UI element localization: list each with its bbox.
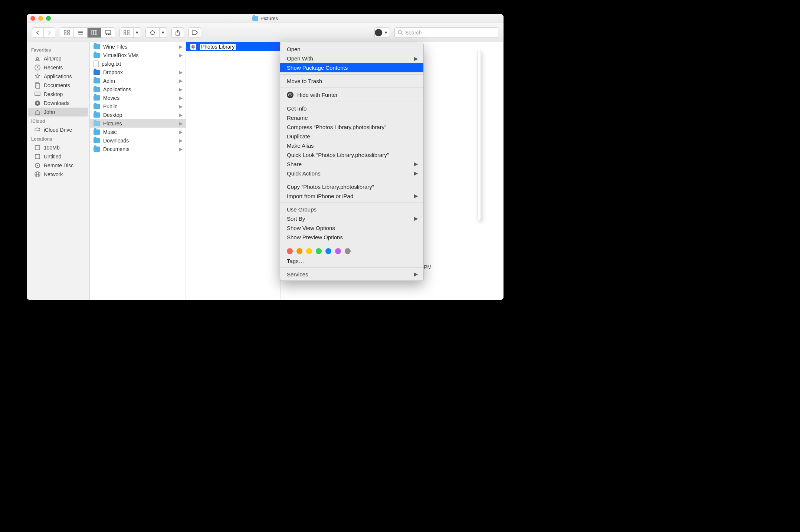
file-row[interactable]: Dropbox▶: [90, 68, 186, 76]
menu-item-move-to-trash[interactable]: Move to Trash: [280, 76, 423, 86]
menu-item-show-preview-options[interactable]: Show Preview Options: [280, 233, 423, 242]
menu-item-show-view-options[interactable]: Show View Options: [280, 223, 423, 233]
file-row[interactable]: Movies▶: [90, 93, 186, 102]
sidebar-item-recents[interactable]: Recents: [28, 63, 88, 72]
sidebar-item-airdrop[interactable]: AirDrop: [28, 54, 88, 63]
column-view-button[interactable]: [88, 28, 101, 37]
tag-color-1[interactable]: [296, 248, 302, 254]
search-field[interactable]: Search: [394, 27, 498, 38]
file-row[interactable]: Adlm▶: [90, 76, 186, 85]
sidebar-item-100mb[interactable]: 100Mb: [28, 143, 88, 152]
menu-item-share[interactable]: Share▶: [280, 160, 423, 169]
arrange-button[interactable]: ▾: [119, 27, 141, 38]
menu-item-compress-photos-library-photoslibrary[interactable]: Compress “Photos Library.photoslibrary”: [280, 122, 423, 132]
menu-item-label: Services: [287, 271, 308, 278]
file-row[interactable]: Pictures▶: [90, 119, 186, 128]
menu-item-open-with[interactable]: Open With▶: [280, 54, 423, 63]
sidebar-item-applications[interactable]: Applications: [28, 72, 88, 81]
action-button[interactable]: ▾: [145, 27, 167, 38]
tags-button[interactable]: [188, 27, 201, 38]
tag-color-2[interactable]: [306, 248, 312, 254]
svg-point-24: [36, 58, 39, 60]
file-label: Pictures: [103, 121, 122, 127]
icon-view-button[interactable]: [60, 28, 74, 37]
menu-item-rename[interactable]: Rename: [280, 113, 423, 122]
minimize-button[interactable]: [38, 16, 43, 21]
sidebar-item-remote-disc[interactable]: Remote Disc: [28, 161, 88, 170]
file-row[interactable]: Downloads▶: [90, 136, 186, 145]
menu-item-services[interactable]: Services▶: [280, 270, 423, 279]
gallery-view-button[interactable]: [101, 28, 115, 37]
funter-button[interactable]: ▾: [374, 27, 390, 38]
tag-color-4[interactable]: [325, 248, 331, 254]
file-row[interactable]: Desktop▶: [90, 111, 186, 119]
tag-color-6[interactable]: [345, 248, 351, 254]
sidebar-item-documents[interactable]: Documents: [28, 81, 88, 90]
svg-point-22: [399, 30, 402, 34]
sidebar-item-label: Documents: [44, 82, 70, 88]
sidebar-item-john[interactable]: John: [28, 108, 88, 116]
file-row[interactable]: Documents▶: [90, 145, 186, 153]
menu-item-copy-photos-library-photoslibrary[interactable]: Copy “Photos Library.photoslibrary”: [280, 182, 423, 191]
file-row[interactable]: pslog.txt: [90, 59, 186, 68]
menu-item-import-from-iphone-or-ipad[interactable]: Import from iPhone or iPad▶: [280, 191, 423, 201]
sidebar-item-network[interactable]: Network: [28, 170, 88, 179]
tag-color-5[interactable]: [335, 248, 341, 254]
window-title-text: Pictures: [260, 16, 278, 21]
share-button[interactable]: [171, 27, 184, 38]
menu-item-label: Move to Trash: [287, 78, 322, 84]
file-row[interactable]: Wine Files▶: [90, 42, 186, 51]
menu-item-make-alias[interactable]: Make Alias: [280, 141, 423, 150]
menu-item-label: Use Groups: [287, 206, 317, 213]
menu-item-duplicate[interactable]: Duplicate: [280, 132, 423, 141]
disk-icon: [34, 144, 41, 151]
file-row[interactable]: Photos Library: [186, 42, 280, 51]
close-button[interactable]: [30, 16, 35, 21]
menu-item-open[interactable]: Open: [280, 45, 423, 54]
menu-item-label: Duplicate: [287, 133, 310, 139]
list-view-button[interactable]: [74, 28, 88, 37]
home-icon: [34, 109, 41, 115]
sidebar-item-label: Network: [44, 171, 63, 177]
svg-rect-14: [124, 30, 126, 32]
network-icon: [34, 171, 41, 178]
back-button[interactable]: [32, 28, 44, 37]
disclosure-arrow-icon: ▶: [179, 87, 183, 92]
search-icon: [398, 30, 403, 35]
menu-item-show-package-contents[interactable]: Show Package Contents: [280, 63, 423, 72]
tag-color-0[interactable]: [287, 248, 293, 254]
sidebar-header: Locations: [27, 134, 89, 143]
sidebar-item-desktop[interactable]: Desktop: [28, 90, 88, 99]
disclosure-arrow-icon: ▶: [179, 78, 183, 83]
forward-button[interactable]: [44, 28, 55, 37]
svg-rect-11: [106, 34, 107, 35]
sidebar-item-downloads[interactable]: Downloads: [28, 99, 88, 108]
file-row[interactable]: Music▶: [90, 128, 186, 136]
sidebar-item-untitled[interactable]: Untitled: [28, 152, 88, 161]
folder-icon: [94, 87, 100, 92]
file-row[interactable]: VirtualBox VMs▶: [90, 51, 186, 59]
file-row[interactable]: Applications▶: [90, 85, 186, 93]
menu-item-quick-look-photos-library-photoslibrary[interactable]: Quick Look “Photos Library.photoslibrary…: [280, 150, 423, 160]
disclosure-arrow-icon: ▶: [179, 112, 183, 118]
menu-item-quick-actions[interactable]: Quick Actions▶: [280, 169, 423, 178]
menu-separator: [280, 88, 423, 88]
folder-icon: [94, 121, 100, 126]
menu-item-sort-by[interactable]: Sort By▶: [280, 214, 423, 223]
menu-item-hide-with-funter[interactable]: Hide with Funter: [280, 90, 423, 100]
window-title: Pictures: [252, 16, 278, 21]
file-label: Documents: [103, 146, 129, 152]
menu-item-get-info[interactable]: Get Info: [280, 104, 423, 113]
menu-item-tags[interactable]: Tags…: [280, 256, 423, 266]
disclosure-arrow-icon: ▶: [179, 44, 183, 49]
tag-color-3[interactable]: [316, 248, 322, 254]
airdrop-icon: [34, 55, 41, 62]
sidebar-item-icloud-drive[interactable]: iCloud Drive: [28, 125, 88, 134]
folder-icon: [94, 78, 100, 83]
menu-item-use-groups[interactable]: Use Groups: [280, 205, 423, 214]
file-row[interactable]: Public▶: [90, 102, 186, 111]
nav-buttons: [32, 27, 55, 38]
zoom-button[interactable]: [46, 16, 51, 21]
docs-icon: [34, 82, 41, 89]
menu-separator: [280, 203, 423, 203]
